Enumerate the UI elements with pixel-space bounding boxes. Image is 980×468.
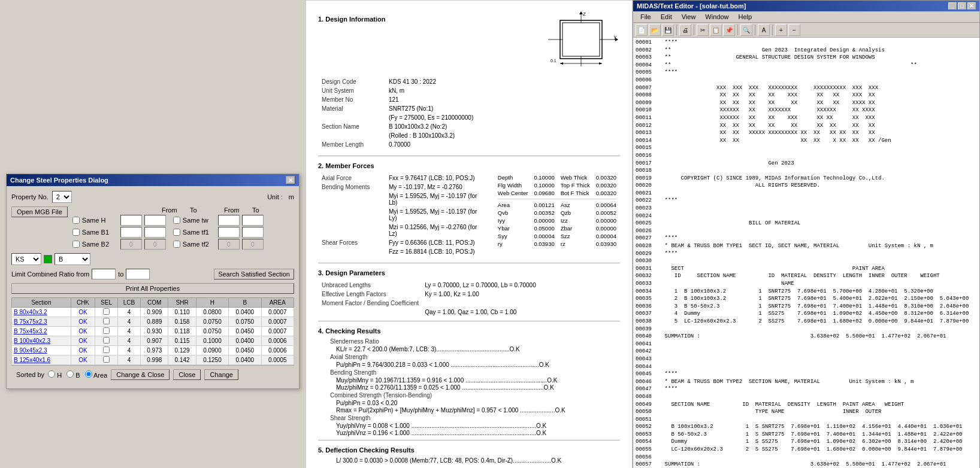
limit-to-input[interactable]: 1 (126, 269, 150, 279)
editor-line: 00007 XXX XXX XXX XXXXXXXXX XXXXXXXXXX X… (636, 84, 977, 92)
search-section-button[interactable]: Search Satisfied Section (214, 269, 294, 279)
same-tf1-checkbox[interactable] (173, 229, 180, 236)
find-icon[interactable]: 🔍 (740, 24, 752, 36)
sort-b-radio[interactable] (66, 370, 74, 378)
editor-line: 00011 XXXXXX XX XX XXX XX XX XX XXX (636, 114, 977, 122)
dialog-close-x[interactable]: ✕ (286, 176, 295, 184)
paste-icon[interactable]: 📌 (723, 24, 735, 36)
editor-text-area[interactable]: 00001 ****00002 ** Gen 2023 Integrated D… (633, 38, 979, 468)
open-mgb-button[interactable]: Open MGB File (11, 206, 68, 217)
webthick-val: 0.00320 (594, 174, 619, 181)
bending-my: My = -10.197, Mz = -0.2760 (386, 183, 487, 191)
editor-line: 00047 **** (636, 385, 977, 393)
editor-line: 00015 (636, 144, 977, 152)
menu-edit[interactable]: Edit (656, 12, 677, 22)
b1-to-input[interactable]: 0 (144, 227, 166, 238)
same-b1-checkbox[interactable] (72, 229, 80, 236)
sorted-by-label: Sorted by (16, 371, 44, 378)
sort-h-radio[interactable] (48, 370, 55, 378)
menu-help[interactable]: Help (733, 12, 757, 22)
tf1-to-input[interactable]: 0 (242, 227, 264, 238)
close-button[interactable]: Close (173, 369, 201, 380)
same-h-checkbox[interactable] (72, 217, 80, 224)
close-window-button[interactable]: ✕ (967, 2, 976, 10)
tf1-from-input[interactable]: 0 (218, 227, 240, 238)
open-file-icon[interactable]: 📂 (649, 24, 661, 36)
chk-cell: OK (71, 346, 95, 355)
rz-label: rz (558, 241, 592, 247)
menu-view[interactable]: View (677, 12, 701, 22)
sel-cell[interactable] (95, 346, 117, 355)
same-b2-checkbox[interactable] (72, 241, 80, 248)
sel-cell[interactable] (95, 327, 117, 336)
section-cell[interactable]: B 75x75x2.3 (12, 317, 71, 327)
h-to-input[interactable]: 0 (144, 215, 166, 226)
same-tw-label: Same tw (183, 217, 216, 224)
h-cell: 0.0750 (196, 317, 228, 327)
section-cell[interactable]: B 125x40x1.6 (12, 355, 71, 365)
zoom-out-icon[interactable]: − (788, 24, 800, 36)
sel-cell[interactable] (95, 317, 117, 327)
asz-val: 0.00064 (594, 202, 619, 208)
tw-from-input[interactable]: 0 (218, 215, 240, 226)
section-cell[interactable]: B 90x45x2.3 (12, 346, 71, 355)
copy-icon[interactable]: 📋 (710, 24, 722, 36)
section-cell[interactable]: B 100x40x2.3 (12, 336, 71, 346)
h-from-input[interactable]: 0 (120, 215, 142, 226)
new-file-icon[interactable]: 📄 (636, 24, 648, 36)
sel-cell[interactable] (95, 308, 117, 317)
sort-area-radio[interactable] (85, 370, 92, 378)
b1-from-input[interactable]: 0 (120, 227, 142, 238)
h-cell: 0.0750 (196, 327, 228, 336)
table-row[interactable]: B 125x40x1.6 OK 4 0.998 0.142 0.1250 0.0… (12, 355, 294, 365)
change-close-button[interactable]: Change & Close (111, 369, 170, 380)
com-cell: 0.909 (141, 308, 168, 317)
profile-ks-select[interactable]: KS (11, 253, 41, 265)
table-row[interactable]: B 90x45x2.3 OK 4 0.973 0.129 0.0900 0.04… (12, 346, 294, 355)
shr-cell: 0.129 (168, 346, 196, 355)
section-cell[interactable]: B 80x40x3.2 (12, 308, 71, 317)
print-icon[interactable]: 🖨 (679, 24, 691, 36)
property-no-select[interactable]: 2 (52, 191, 72, 203)
profile-b-select[interactable]: B (55, 253, 90, 265)
editor-line: 00003 ** GENERAL STRUCTURE DESIGN SYSTEM… (636, 54, 977, 62)
zoom-in-icon[interactable]: + (775, 24, 787, 36)
limit-from-input[interactable]: 0.8 (92, 269, 116, 279)
zbar-label: Zbar (558, 225, 592, 232)
font-icon[interactable]: A (758, 24, 770, 36)
col-area: AREA (261, 298, 294, 308)
sort-b-label[interactable]: B (66, 370, 80, 379)
section4-title: 4. Checking Results (318, 327, 620, 335)
shear-fzz: Fzz = 16.8814 (LCB: 10, POS:J) (386, 248, 487, 256)
to-header2: To (245, 206, 267, 214)
sort-h-label[interactable]: H (48, 370, 62, 379)
same-tw-checkbox[interactable] (173, 217, 180, 224)
bending-mzi: Mzi = 0.12566, Myj = -0.2760 (for Lz) (386, 223, 487, 238)
table-row[interactable]: B 80x40x3.2 OK 4 0.909 0.110 0.0800 0.04… (12, 308, 294, 317)
minimize-button[interactable]: _ (948, 2, 957, 10)
b-cell: 0.0400 (229, 336, 261, 346)
sort-area-label[interactable]: Area (85, 370, 108, 379)
same-tf2-checkbox[interactable] (173, 241, 180, 248)
ybar-label: Ybar (495, 225, 531, 232)
editor-line: 00023 (636, 205, 977, 212)
print-all-button[interactable]: Print All Properties (11, 283, 294, 294)
tw-to-input[interactable]: 0 (242, 215, 264, 226)
section-cell[interactable]: B 75x45x3.2 (12, 327, 71, 336)
maximize-button[interactable]: □ (958, 2, 966, 10)
table-row[interactable]: B 100x40x2.3 OK 4 0.907 0.115 0.1000 0.0… (12, 336, 294, 346)
table-row[interactable]: B 75x75x2.3 OK 4 0.889 0.158 0.0750 0.07… (12, 317, 294, 327)
save-file-icon[interactable]: 💾 (662, 24, 674, 36)
sel-cell[interactable] (95, 355, 117, 365)
bending-label: Bending Moments (319, 183, 385, 191)
menu-file[interactable]: File (636, 12, 656, 22)
change-button[interactable]: Change (204, 369, 238, 380)
table-row[interactable]: B 75x45x3.2 OK 4 0.930 0.118 0.0750 0.04… (12, 327, 294, 336)
cut-icon[interactable]: ✂ (697, 24, 709, 36)
b2-from-input (120, 239, 142, 250)
col-b: B (229, 298, 261, 308)
sel-cell[interactable] (95, 336, 117, 346)
editor-line: 00017 Gen 2023 (636, 160, 977, 168)
menu-window[interactable]: Window (700, 12, 733, 22)
area-cell: 0.0006 (261, 336, 294, 346)
